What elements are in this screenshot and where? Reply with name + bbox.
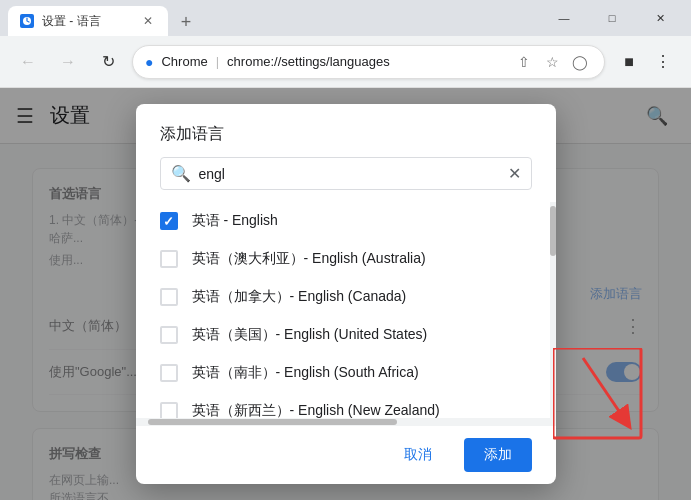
lang-item-name-2: 英语（加拿大）- English (Canada) bbox=[192, 288, 407, 306]
close-button[interactable]: ✕ bbox=[637, 2, 683, 34]
dialog-overlay: 添加语言 🔍 ✕ 英语 - English bbox=[0, 88, 691, 500]
lang-option-3[interactable]: 英语（美国）- English (United States) bbox=[136, 316, 556, 354]
dialog-search-area: 🔍 ✕ bbox=[136, 157, 556, 202]
menu-button[interactable]: ⋮ bbox=[647, 46, 679, 78]
url-brand: Chrome bbox=[161, 54, 207, 69]
search-clear-button[interactable]: ✕ bbox=[508, 164, 521, 183]
title-bar: 设置 - 语言 ✕ + — □ ✕ bbox=[0, 0, 691, 36]
page-content: ☰ 设置 🔍 首选语言 1. 中文（简体）- 此语言用于显示 Chrome 界面… bbox=[0, 88, 691, 500]
minimize-button[interactable]: — bbox=[541, 2, 587, 34]
lang-option-2[interactable]: 英语（加拿大）- English (Canada) bbox=[136, 278, 556, 316]
reload-button[interactable]: ↻ bbox=[92, 46, 124, 78]
add-button[interactable]: 添加 bbox=[464, 438, 532, 472]
url-path: chrome://settings/languages bbox=[227, 54, 390, 69]
cancel-button[interactable]: 取消 bbox=[384, 438, 452, 472]
back-button[interactable]: ← bbox=[12, 46, 44, 78]
lang-checkbox-3[interactable] bbox=[160, 326, 178, 344]
forward-button[interactable]: → bbox=[52, 46, 84, 78]
share-icon[interactable]: ⇧ bbox=[512, 50, 536, 74]
window-controls: — □ ✕ bbox=[541, 2, 683, 34]
lang-checkbox-0[interactable] bbox=[160, 212, 178, 230]
address-bar: ← → ↻ ● Chrome | chrome://settings/langu… bbox=[0, 36, 691, 88]
h-scroll-thumb bbox=[148, 419, 398, 425]
tab-title: 设置 - 语言 bbox=[42, 13, 132, 30]
lang-option-5[interactable]: 英语（新西兰）- English (New Zealand) bbox=[136, 392, 556, 418]
lang-option-4[interactable]: 英语（南非）- English (South Africa) bbox=[136, 354, 556, 392]
add-language-dialog: 添加语言 🔍 ✕ 英语 - English bbox=[136, 104, 556, 484]
lang-item-name-4: 英语（南非）- English (South Africa) bbox=[192, 364, 419, 382]
search-wrapper: 🔍 ✕ bbox=[160, 157, 532, 190]
language-list: 英语 - English 英语（澳大利亚）- English (Australi… bbox=[136, 202, 556, 418]
secure-icon: ● bbox=[145, 54, 153, 70]
profile-icon[interactable]: ◯ bbox=[568, 50, 592, 74]
dialog-actions: 取消 添加 bbox=[136, 426, 556, 484]
bookmark-icon[interactable]: ☆ bbox=[540, 50, 564, 74]
lang-checkbox-1[interactable] bbox=[160, 250, 178, 268]
language-search-input[interactable] bbox=[199, 166, 500, 182]
horizontal-scrollbar[interactable] bbox=[136, 418, 556, 426]
tab-close-button[interactable]: ✕ bbox=[140, 13, 156, 29]
svg-line-2 bbox=[583, 358, 625, 420]
tab-bar: 设置 - 语言 ✕ + bbox=[8, 0, 537, 36]
browser-frame: 设置 - 语言 ✕ + — □ ✕ ← → ↻ ● Chrome | bbox=[0, 0, 691, 500]
lang-option-1[interactable]: 英语（澳大利亚）- English (Australia) bbox=[136, 240, 556, 278]
lang-item-name-0: 英语 - English bbox=[192, 212, 278, 230]
maximize-button[interactable]: □ bbox=[589, 2, 635, 34]
lang-checkbox-4[interactable] bbox=[160, 364, 178, 382]
svg-rect-3 bbox=[553, 348, 641, 438]
active-tab[interactable]: 设置 - 语言 ✕ bbox=[8, 6, 168, 36]
dialog-title: 添加语言 bbox=[136, 104, 556, 157]
lang-checkbox-5[interactable] bbox=[160, 402, 178, 418]
lang-checkbox-2[interactable] bbox=[160, 288, 178, 306]
lang-option-0[interactable]: 英语 - English bbox=[136, 202, 556, 240]
url-actions: ⇧ ☆ ◯ bbox=[512, 50, 592, 74]
url-bar[interactable]: ● Chrome | chrome://settings/languages ⇧… bbox=[132, 45, 605, 79]
lang-item-name-5: 英语（新西兰）- English (New Zealand) bbox=[192, 402, 440, 418]
lang-item-name-1: 英语（澳大利亚）- English (Australia) bbox=[192, 250, 426, 268]
red-arrow-indicator bbox=[553, 348, 643, 448]
new-tab-button[interactable]: + bbox=[172, 8, 200, 36]
tab-favicon bbox=[20, 14, 34, 28]
lang-item-name-3: 英语（美国）- English (United States) bbox=[192, 326, 428, 344]
url-divider: | bbox=[216, 54, 219, 69]
search-magnifier-icon: 🔍 bbox=[171, 164, 191, 183]
extensions-button[interactable]: ■ bbox=[613, 46, 645, 78]
toolbar-actions: ■ ⋮ bbox=[613, 46, 679, 78]
